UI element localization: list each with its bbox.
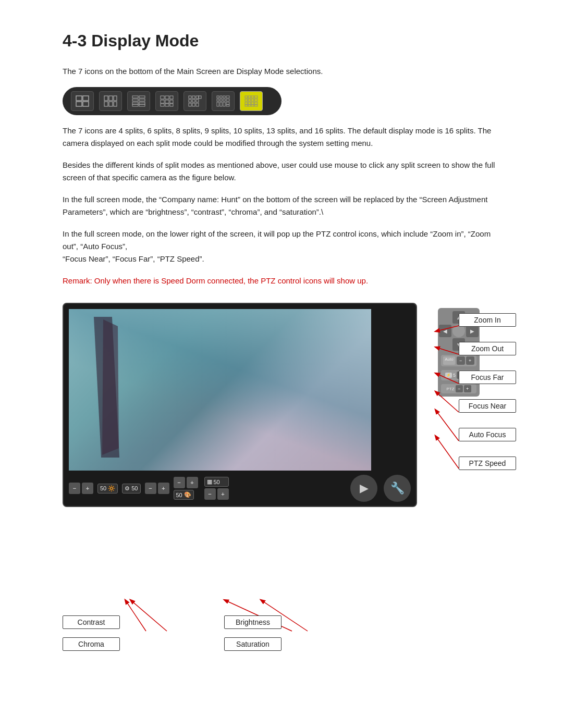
svg-rect-62 (245, 105, 248, 106)
svg-rect-10 (132, 96, 138, 98)
speed-plus[interactable]: + (464, 385, 471, 392)
ptz-speed-label: PTZ Speed (459, 456, 516, 470)
svg-rect-55 (248, 99, 251, 101)
brightness-plus[interactable]: + (158, 483, 169, 494)
split-4-icon[interactable] (71, 91, 94, 111)
svg-rect-48 (226, 102, 229, 104)
svg-rect-1 (83, 96, 89, 101)
zoom-plus[interactable]: + (466, 356, 474, 365)
svg-rect-2 (76, 102, 82, 106)
svg-rect-4 (104, 96, 108, 101)
svg-rect-45 (217, 102, 219, 106)
brightness-label: Brightness (224, 615, 282, 629)
svg-rect-54 (245, 99, 248, 101)
zoom-in-label: Zoom In (459, 313, 516, 327)
svg-rect-5 (109, 96, 113, 101)
speed-minus[interactable]: − (456, 385, 463, 392)
remark: Remark: Only when there is Speed Dorm co… (63, 275, 500, 287)
para5: In the full screen mode, on the lower ri… (63, 228, 500, 265)
svg-rect-53 (254, 96, 258, 98)
svg-rect-39 (223, 96, 225, 98)
focus-near-label: Focus Near (459, 399, 516, 413)
brightness-value-box: ⚙ 50 (122, 484, 140, 493)
contrast-plus[interactable]: + (82, 483, 93, 494)
chroma-plus[interactable]: + (187, 477, 198, 488)
svg-rect-36 (196, 103, 199, 106)
svg-rect-29 (196, 96, 199, 98)
para2: The 7 icons are 4 splits, 6 splits, 8 sp… (63, 125, 500, 150)
para1: The 7 icons on the bottom of the Main Sc… (63, 65, 500, 78)
svg-line-70 (435, 410, 459, 441)
svg-rect-8 (109, 102, 113, 106)
svg-rect-6 (114, 96, 117, 101)
split-6-icon[interactable] (99, 91, 122, 111)
svg-rect-19 (165, 96, 169, 99)
chroma-minus[interactable]: − (174, 477, 185, 488)
svg-rect-60 (251, 102, 254, 104)
brightness-minus[interactable]: − (145, 483, 156, 494)
svg-rect-64 (251, 105, 254, 106)
svg-rect-40 (226, 96, 229, 98)
svg-rect-65 (254, 105, 258, 106)
svg-rect-9 (114, 102, 117, 106)
contrast-minus[interactable]: − (69, 483, 80, 494)
svg-rect-21 (161, 100, 164, 103)
focus-far-label: Focus Far (459, 371, 516, 384)
svg-rect-24 (161, 104, 164, 106)
split-16-icon[interactable] (240, 91, 263, 111)
saturation-plus[interactable]: + (217, 488, 229, 500)
svg-rect-17 (139, 104, 145, 106)
split-10-icon[interactable] (183, 91, 206, 111)
svg-rect-46 (220, 102, 222, 106)
chroma-label: Chroma (63, 637, 120, 651)
svg-rect-63 (248, 105, 251, 106)
zoom-focus-group: Auto − + (441, 355, 476, 366)
svg-rect-25 (165, 104, 169, 106)
ptz-speed-group: PTZ − + (441, 384, 476, 393)
svg-rect-31 (189, 100, 191, 102)
svg-rect-32 (192, 100, 195, 102)
svg-rect-47 (223, 102, 225, 106)
diagram-section: − + 50 🔆 ⚙ 50 − + (63, 303, 500, 651)
camera-ui: − + 50 🔆 ⚙ 50 − + (63, 303, 417, 507)
svg-rect-30 (199, 96, 201, 98)
split-8-icon[interactable] (127, 91, 150, 111)
svg-rect-14 (132, 102, 138, 104)
svg-rect-16 (132, 104, 138, 106)
svg-rect-61 (254, 102, 258, 104)
svg-rect-11 (139, 96, 145, 98)
svg-rect-52 (251, 96, 254, 98)
saturation-label: Saturation (224, 637, 282, 651)
contrast-label: Contrast (63, 615, 120, 629)
svg-rect-59 (248, 102, 251, 104)
svg-rect-43 (223, 99, 225, 101)
play-button[interactable]: ▶ (350, 475, 377, 502)
svg-rect-51 (248, 96, 251, 98)
para4: In the full screen mode, the “Company na… (63, 193, 500, 218)
svg-rect-0 (76, 96, 82, 101)
svg-rect-7 (104, 102, 108, 106)
svg-rect-22 (165, 100, 169, 103)
svg-rect-57 (254, 99, 258, 101)
display-mode-toolbar (63, 87, 282, 115)
svg-line-71 (435, 436, 459, 468)
svg-rect-23 (170, 100, 173, 103)
svg-rect-49 (226, 105, 229, 106)
svg-rect-38 (220, 96, 222, 98)
svg-rect-58 (245, 102, 248, 104)
split-13-icon[interactable] (212, 91, 235, 111)
ptz-left[interactable]: ◀ (439, 325, 451, 337)
svg-rect-56 (251, 99, 254, 101)
saturation-minus[interactable]: − (204, 488, 216, 500)
svg-rect-27 (189, 96, 191, 98)
svg-rect-41 (217, 99, 219, 101)
split-9-icon[interactable] (155, 91, 178, 111)
zoom-minus[interactable]: − (457, 356, 465, 365)
svg-rect-12 (132, 99, 138, 101)
svg-rect-35 (192, 103, 195, 106)
svg-rect-18 (161, 96, 164, 99)
zoom-out-label: Zoom Out (459, 342, 516, 355)
wrench-button[interactable]: 🔧 (384, 475, 411, 502)
auto-focus-label: Auto Focus (459, 428, 516, 441)
svg-rect-13 (139, 99, 145, 101)
